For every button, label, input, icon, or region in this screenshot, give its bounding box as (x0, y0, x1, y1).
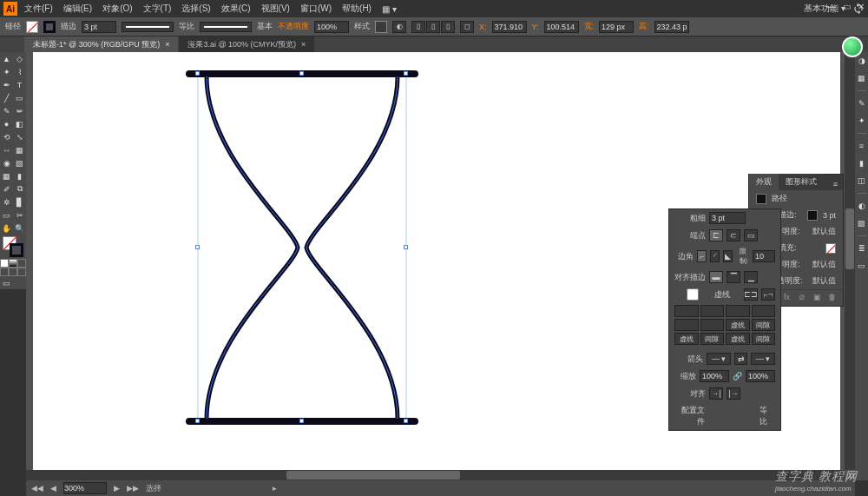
x-input[interactable] (492, 21, 527, 33)
user-avatar[interactable] (842, 36, 863, 57)
dock-appearance-icon[interactable]: ◐ (857, 201, 867, 211)
selection-handle[interactable] (195, 245, 200, 249)
symbol-sprayer-tool[interactable]: ✲ (0, 195, 13, 208)
dash-align-corners[interactable]: ⌐¬ (761, 288, 775, 301)
stroke-weight-value[interactable]: 3 pt (823, 211, 836, 220)
dock-brushes-icon[interactable]: ✎ (857, 98, 867, 109)
selection-handle[interactable] (299, 71, 304, 76)
document-tab[interactable]: 漫果3.ai @ 100% (CMYK/预览)× (179, 36, 314, 52)
dock-symbols-icon[interactable]: ✦ (857, 116, 867, 126)
menu-effect[interactable]: 效果(C) (218, 1, 254, 17)
gap-input[interactable] (700, 305, 725, 317)
gradient-tool[interactable]: ▮ (13, 169, 26, 182)
selection-handle[interactable] (404, 71, 408, 76)
arrow-swap-button[interactable]: ⇄ (734, 353, 747, 365)
screen-mode-button[interactable]: ▭ (0, 276, 13, 289)
y-input[interactable] (544, 21, 579, 33)
dock-stroke-icon[interactable]: ≡ (857, 141, 867, 151)
menu-view[interactable]: 视图(V) (258, 1, 293, 17)
stroke-color-swatch[interactable] (807, 210, 818, 221)
arrow-tip-button[interactable]: |→ (727, 387, 740, 400)
weight-input[interactable] (709, 212, 746, 224)
artboard-nav-back[interactable]: ◀ (50, 484, 56, 493)
blend-tool[interactable]: ⧉ (13, 182, 26, 195)
lasso-tool[interactable]: ⌇ (13, 65, 26, 78)
variable-width-profile[interactable] (122, 22, 174, 32)
corner-round-button[interactable]: ◜ (710, 250, 720, 262)
align-inside-button[interactable]: ▔ (727, 271, 740, 283)
selection-handle[interactable] (299, 419, 304, 423)
perspective-tool[interactable]: ▨ (13, 156, 26, 169)
align-center-button[interactable]: ▯ (426, 21, 440, 33)
menu-file[interactable]: 文件(F) (21, 1, 56, 17)
menu-edit[interactable]: 编辑(E) (60, 1, 95, 17)
align-right-button[interactable]: ▯ (441, 21, 455, 33)
menu-help[interactable]: 帮助(H) (339, 1, 375, 17)
direct-selection-tool[interactable]: ◇ (13, 52, 26, 65)
arrow-extend-button[interactable]: →| (709, 387, 723, 400)
scrollbar-thumb[interactable] (845, 208, 854, 269)
corner-bevel-button[interactable]: ◣ (723, 250, 733, 262)
delete-icon[interactable]: 🗑 (828, 293, 838, 303)
draw-normal[interactable] (0, 268, 9, 276)
artboard-nav-next[interactable]: ▶▶ (127, 484, 139, 493)
align-center-button[interactable]: ▬ (709, 271, 723, 283)
blob-brush-tool[interactable]: ● (0, 117, 13, 130)
link-icon[interactable]: 🔗 (733, 372, 742, 380)
line-tool[interactable]: ╱ (0, 91, 13, 104)
document-tab[interactable]: 未标题-1* @ 300% (RGB/GPU 预览)× (24, 36, 178, 52)
dock-graphic-styles-icon[interactable]: ▨ (857, 218, 867, 228)
align-outside-button[interactable]: ▁ (744, 271, 758, 283)
cap-square-button[interactable]: ▭ (744, 229, 758, 241)
transform-button[interactable]: ◻ (460, 21, 474, 33)
stroke-swatch[interactable] (43, 21, 56, 33)
selection-handle[interactable] (195, 419, 200, 423)
duplicate-icon[interactable]: ▣ (813, 293, 823, 303)
arrow-scale-start[interactable] (700, 370, 729, 382)
type-tool[interactable]: T (13, 78, 26, 91)
zoom-tool[interactable]: 🔍 (13, 222, 26, 235)
artboard-nav-prev[interactable]: ◀◀ (31, 484, 43, 493)
shape-builder-tool[interactable]: ◉ (0, 156, 13, 169)
arrow-start-select[interactable]: — ▾ (707, 353, 731, 365)
pen-tool[interactable]: ✒ (0, 78, 13, 91)
artboard-tool[interactable]: ▭ (0, 208, 13, 222)
tab-close-icon[interactable]: × (301, 40, 306, 49)
tab-close-icon[interactable]: × (165, 40, 169, 49)
slice-tool[interactable]: ✂ (13, 208, 26, 222)
selection-handle[interactable] (404, 419, 408, 423)
menu-select[interactable]: 选择(S) (178, 1, 214, 17)
w-input[interactable] (599, 21, 634, 33)
hand-tool[interactable]: ✋ (0, 222, 13, 235)
column-graph-tool[interactable]: ▊ (13, 195, 26, 208)
corner-miter-button[interactable]: ⌐ (697, 250, 707, 262)
maximize-button[interactable]: ▭ (843, 2, 851, 11)
gradient-mode[interactable] (9, 259, 17, 268)
free-transform-tool[interactable]: ▦ (13, 143, 26, 156)
menu-object[interactable]: 对象(O) (99, 1, 135, 17)
fill-swatch[interactable] (26, 21, 38, 33)
align-left-button[interactable]: ▯ (411, 21, 425, 33)
draw-behind[interactable] (9, 268, 17, 276)
cap-butt-button[interactable]: ⊏ (709, 229, 723, 241)
opacity-input[interactable] (314, 21, 349, 33)
panel-menu-icon[interactable]: ≡ (828, 178, 843, 190)
width-tool[interactable]: ↔ (0, 143, 13, 156)
selection-tool[interactable]: ▲ (0, 52, 13, 65)
close-button[interactable]: ✕ (858, 2, 865, 11)
dock-gradient-icon[interactable]: ▮ (857, 158, 867, 169)
fill-color-swatch[interactable] (825, 243, 836, 254)
zoom-input[interactable] (63, 482, 107, 494)
eyedropper-tool[interactable]: ✐ (0, 182, 13, 195)
pencil-tool[interactable]: ✏ (13, 104, 26, 117)
add-effect-icon[interactable]: fx (784, 293, 793, 303)
color-mode[interactable] (0, 259, 9, 268)
selection-handle[interactable] (404, 245, 408, 249)
dash-input[interactable] (726, 305, 750, 317)
vertical-scrollbar[interactable] (845, 52, 855, 470)
draw-inside[interactable] (17, 268, 26, 276)
eraser-tool[interactable]: ◧ (13, 117, 26, 130)
brush-definition[interactable] (200, 22, 252, 32)
mesh-tool[interactable]: ▦ (0, 169, 13, 182)
fill-stroke-control[interactable] (0, 235, 26, 259)
